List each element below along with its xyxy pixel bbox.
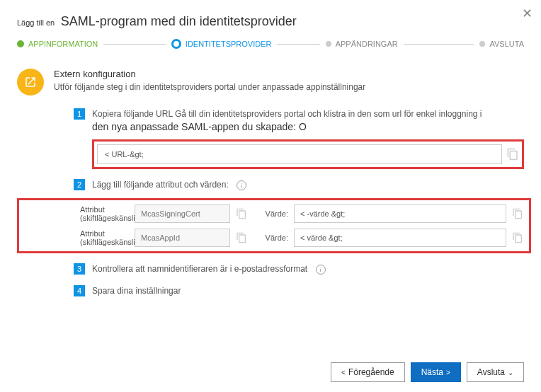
- step-label: APPÄNDRINGAR: [336, 40, 398, 48]
- config-step-3: 3 Kontrollera att namnidentifieraren är …: [74, 263, 524, 275]
- step-label: APPINFORMATION: [28, 40, 98, 48]
- attribute-name-input[interactable]: [135, 204, 230, 223]
- step2-text: Lägg till följande attribut och värden:: [92, 180, 229, 190]
- external-link-icon: [17, 69, 44, 96]
- sso-url-input[interactable]: [97, 144, 502, 164]
- active-dot-icon: [171, 39, 181, 49]
- attribute-row: Attribut (skiftlägeskänsligt): Värde:: [21, 202, 528, 226]
- attributes-highlight-box: Attribut (skiftlägeskänsligt): Värde: At…: [17, 198, 531, 253]
- info-icon[interactable]: i: [316, 265, 326, 275]
- copy-icon[interactable]: [236, 232, 247, 243]
- section-subtitle: Utför följande steg i din identitetsprov…: [54, 82, 365, 92]
- next-button[interactable]: Nästa >: [411, 362, 461, 382]
- config-step-2: 2 Lägg till följande attribut och värden…: [74, 179, 524, 253]
- step-identitetsprovider[interactable]: IDENTITETSPROVIDER: [171, 39, 326, 49]
- copy-icon[interactable]: [236, 208, 247, 219]
- attribute-value-input[interactable]: [294, 204, 506, 223]
- previous-button[interactable]: < Föregående: [331, 362, 405, 382]
- section-title: Extern konfiguration: [54, 69, 365, 79]
- step1-text2: den nya anpassade SAML-appen du skapade:…: [92, 121, 307, 132]
- chevron-down-icon: ⌄: [508, 369, 513, 376]
- dialog-header: Lägg till en SAML-program med din identi…: [17, 14, 524, 29]
- step-appandringar: APPÄNDRINGAR: [326, 40, 480, 48]
- copy-icon[interactable]: [512, 208, 523, 219]
- step-avsluta: AVSLUTA: [479, 40, 524, 48]
- button-label: Avsluta: [477, 367, 505, 377]
- step3-text: Kontrollera att namnidentifieraren är i …: [92, 264, 307, 274]
- attribute-label: Attribut (skiftlägeskänsligt):: [25, 229, 129, 246]
- step-number: 2: [74, 179, 85, 190]
- step-appinformation[interactable]: APPINFORMATION: [17, 40, 171, 48]
- value-label: Värde:: [258, 209, 288, 218]
- button-label: Föregående: [348, 367, 394, 377]
- check-icon: [17, 40, 24, 47]
- wizard-footer: < Föregående Nästa > Avsluta ⌄: [331, 362, 524, 382]
- chevron-left-icon: <: [341, 369, 346, 376]
- copy-icon[interactable]: [506, 148, 519, 161]
- config-step-4: 4 Spara dina inställningar: [74, 285, 524, 297]
- step-number: 3: [74, 263, 85, 275]
- url-highlight-box: [92, 139, 524, 169]
- info-icon[interactable]: i: [237, 180, 246, 190]
- dot-icon: [479, 41, 485, 47]
- attribute-name-input[interactable]: [135, 229, 230, 247]
- header-title: SAML-program med din identitetsprovider: [61, 14, 297, 28]
- attribute-row: Attribut (skiftlägeskänsligt): Värde:: [21, 226, 528, 250]
- step4-text: Spara dina inställningar: [92, 286, 181, 296]
- button-label: Nästa: [421, 367, 443, 377]
- step-number: 4: [74, 285, 85, 296]
- step-label: IDENTITETSPROVIDER: [186, 40, 272, 48]
- attribute-label: Attribut (skiftlägeskänsligt):: [25, 205, 129, 222]
- value-label: Värde:: [258, 234, 288, 242]
- copy-icon[interactable]: [512, 232, 523, 243]
- step-number: 1: [74, 108, 85, 120]
- chevron-right-icon: >: [446, 369, 450, 376]
- finish-dropdown-button[interactable]: Avsluta ⌄: [467, 362, 524, 382]
- header-prefix: Lägg till en: [17, 18, 55, 27]
- config-step-1: 1 Kopiera följande URL Gå till din ident…: [74, 108, 524, 169]
- step1-text1: Kopiera följande URL Gå till din identit…: [92, 109, 482, 119]
- attribute-value-input[interactable]: [294, 229, 506, 247]
- dot-icon: [326, 41, 331, 47]
- wizard-stepper: APPINFORMATION IDENTITETSPROVIDER APPÄND…: [17, 39, 524, 49]
- close-button[interactable]: ✕: [522, 6, 533, 21]
- step-label: AVSLUTA: [489, 40, 524, 48]
